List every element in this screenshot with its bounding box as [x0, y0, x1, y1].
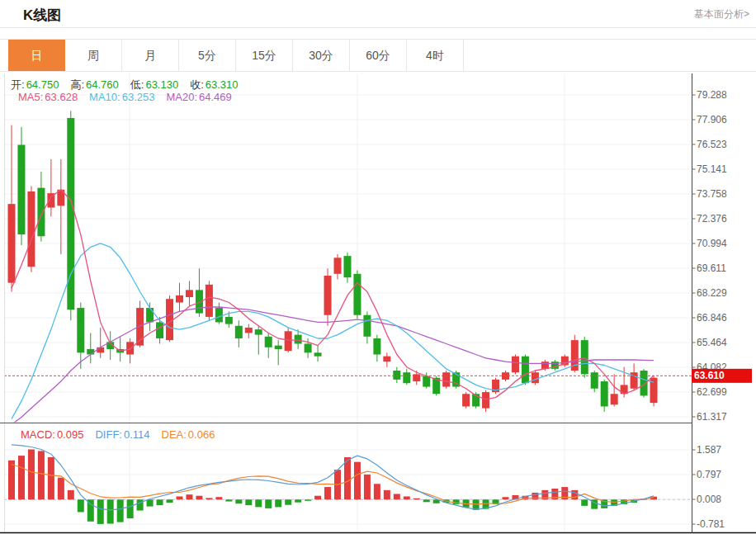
- axis-tick-label: 76.523: [697, 139, 727, 150]
- macd-legend: MACD:0.095DIFF:0.114DEA:0.066: [21, 428, 215, 441]
- axis-tick-label: 61.317: [697, 411, 727, 423]
- legend-item: DIFF:0.114: [95, 428, 149, 441]
- axis-tick-label: 62.699: [697, 386, 727, 398]
- tab-日[interactable]: 日: [8, 40, 65, 71]
- axis-tick-label: 72.376: [697, 213, 727, 224]
- current-price-badge: 63.610: [694, 370, 725, 381]
- tab-30分[interactable]: 30分: [293, 40, 350, 71]
- axis-tick-label: 68.229: [697, 287, 727, 299]
- period-tab-bar: 日周月5分15分30分60分4时: [0, 39, 756, 72]
- kline-chart-area[interactable]: 79.28877.90676.52375.14173.75872.37670.9…: [0, 73, 756, 534]
- legend-item: MACD:0.095: [21, 428, 83, 441]
- header-divider: [0, 27, 756, 28]
- axis-tick-label: 1.587: [697, 444, 721, 456]
- page-title: K线图: [23, 6, 61, 25]
- axis-tick-label: 79.288: [697, 89, 727, 101]
- legend-item: MA20:64.469: [166, 91, 231, 103]
- tab-4时[interactable]: 4时: [407, 40, 464, 71]
- tab-周[interactable]: 周: [65, 40, 122, 71]
- tab-15分[interactable]: 15分: [236, 40, 293, 71]
- legend-item: MA10:63.253: [89, 91, 154, 103]
- tab-60分[interactable]: 60分: [350, 40, 407, 71]
- axis-tick-label: -0.781: [697, 518, 725, 530]
- axis-tick-label: 69.611: [697, 262, 726, 274]
- kline-page: { "header": { "title": "K线图", "more_link…: [0, 0, 756, 534]
- axis-tick-label: 0.008: [697, 494, 721, 505]
- axis-tick-label: 73.758: [697, 188, 727, 200]
- kline-svg: 79.28877.90676.52375.14173.75872.37670.9…: [0, 73, 756, 534]
- tab-月[interactable]: 月: [122, 40, 179, 71]
- axis-tick-label: 77.906: [697, 114, 727, 125]
- legend-item: MA5:63.628: [18, 91, 78, 103]
- ma-legend: MA5:63.628MA10:63.253MA20:64.469: [18, 91, 232, 103]
- tab-5分[interactable]: 5分: [179, 40, 236, 71]
- axis-tick-label: 75.141: [697, 163, 727, 175]
- fundamental-analysis-link[interactable]: 基本面分析>: [694, 7, 749, 21]
- axis-tick-label: 65.464: [697, 337, 727, 348]
- axis-tick-label: 0.797: [697, 469, 721, 480]
- legend-item: DEA:0.066: [162, 428, 215, 441]
- axis-tick-label: 66.846: [697, 312, 727, 324]
- axis-tick-label: 70.994: [697, 238, 727, 249]
